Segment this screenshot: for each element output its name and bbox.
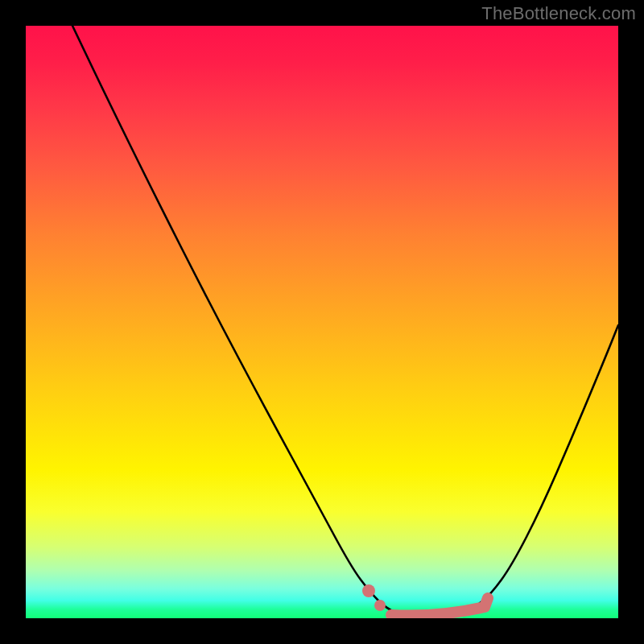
chart-frame: TheBottleneck.com [0, 0, 644, 644]
marker-dot-2 [374, 600, 386, 611]
watermark-text: TheBottleneck.com [481, 3, 636, 24]
bottleneck-curve [72, 26, 618, 617]
curve-svg [26, 26, 618, 618]
optimal-range-marker [391, 598, 488, 616]
marker-dot-1 [362, 584, 375, 597]
plot-area [26, 26, 618, 618]
